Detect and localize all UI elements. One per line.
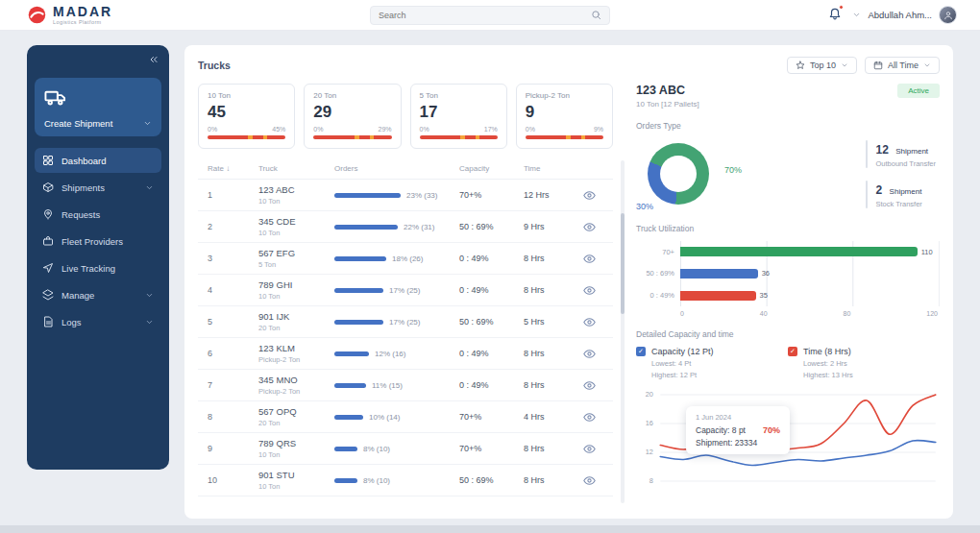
- time-cell: 8 Hrs: [524, 444, 583, 453]
- sidebar-item-requests[interactable]: Requests: [35, 202, 161, 227]
- orders-cell: 8% (10): [334, 476, 459, 485]
- top10-filter-label: Top 10: [810, 61, 836, 70]
- capacity-checkbox[interactable]: [636, 347, 646, 356]
- stat-card-label: Pickup-2 Ton: [526, 91, 603, 100]
- stat-card-label: 20 Ton: [313, 91, 391, 100]
- eye-icon[interactable]: [583, 411, 596, 424]
- sidebar-item-label: Fleet Providers: [61, 236, 123, 247]
- capacity-cell: 0 : 49%: [459, 380, 524, 390]
- create-shipment-button[interactable]: Create Shipment: [35, 78, 161, 136]
- topbar: MADAR Logistics Platform Abdullah Ahm...: [0, 0, 980, 31]
- rate-cell: 1: [198, 190, 258, 200]
- eye-icon[interactable]: [583, 221, 596, 233]
- logo[interactable]: MADAR Logistics Platform: [27, 5, 112, 26]
- time-checkbox[interactable]: [788, 347, 797, 356]
- svg-text:20: 20: [646, 392, 653, 400]
- table-row[interactable]: 3 567 EFG5 Ton 18% (26) 0 : 49% 8 Hrs: [198, 243, 613, 275]
- stat-card-range: 0%29%: [313, 126, 391, 133]
- sidebar-item-shipments[interactable]: Shipments: [35, 175, 161, 200]
- star-icon: [796, 61, 805, 70]
- utilization-categories: 70+50 : 69%0 : 49%: [636, 241, 680, 306]
- utilization-value: 35: [760, 291, 768, 300]
- sidebar-item-label: Manage: [61, 290, 94, 301]
- live-tracking-icon: [42, 262, 54, 274]
- utilization-value: 36: [762, 269, 770, 278]
- chevron-down-icon: [841, 61, 848, 69]
- table-row[interactable]: 7 345 MNOPickup-2 Ton 11% (15) 0 : 49% 8…: [198, 370, 613, 401]
- table-scrollbar[interactable]: [621, 160, 625, 503]
- capacity-cell: 50 : 69%: [459, 317, 524, 327]
- eye-icon[interactable]: [583, 189, 596, 202]
- table-row[interactable]: 2 345 CDE10 Ton 22% (31) 50 : 69% 9 Hrs: [198, 211, 613, 243]
- table-row[interactable]: 5 901 IJK20 Ton 17% (25) 50 : 69% 5 Hrs: [198, 306, 613, 338]
- chevron-down-icon: [923, 61, 931, 69]
- search-input[interactable]: [379, 11, 591, 20]
- sidebar-item-logs[interactable]: Logs: [35, 309, 161, 334]
- utilization-xtick: 80: [844, 310, 851, 317]
- capacity-lowest: Lowest: 4 Pt: [651, 359, 788, 368]
- table-row[interactable]: 4 789 GHI10 Ton 17% (25) 0 : 49% 8 Hrs: [198, 275, 613, 306]
- chart-tooltip: 1 Jun 2024 Capacity: 8 pt 70% Shipment: …: [686, 406, 790, 454]
- user-name: Abdullah Ahm...: [868, 10, 932, 20]
- notifications-button[interactable]: [828, 7, 842, 24]
- stat-card-value: 17: [420, 103, 498, 122]
- stat-card-range: 0%45%: [208, 126, 285, 133]
- tooltip-date: 1 Jun 2024: [696, 413, 780, 422]
- table-row[interactable]: 1 123 ABC10 Ton 23% (33) 70+% 12 Hrs: [198, 180, 613, 211]
- capacity-cell: 50 : 69%: [459, 475, 524, 485]
- eye-icon[interactable]: [583, 348, 596, 360]
- chevron-down-icon: [145, 183, 154, 192]
- orders-bar: [334, 447, 357, 451]
- column-header-rate[interactable]: Rate ↓: [198, 164, 258, 173]
- eye-icon[interactable]: [583, 443, 596, 455]
- sidebar-item-label: Shipments: [61, 182, 105, 193]
- time-cell: 8 Hrs: [524, 349, 583, 358]
- table-row[interactable]: 6 123 KLMPickup-2 Ton 12% (16) 0 : 49% 8…: [198, 338, 613, 370]
- capacity-progress-bar: [208, 135, 285, 139]
- eye-icon[interactable]: [583, 474, 596, 487]
- legend-desc: Stock Transfer: [875, 200, 921, 208]
- time-cell: 8 Hrs: [524, 254, 583, 263]
- svg-text:16: 16: [646, 421, 653, 428]
- utilization-bar: [680, 269, 758, 279]
- orders-bar: [334, 225, 398, 230]
- logo-subtitle: Logistics Platform: [53, 20, 112, 26]
- sidebar-item-dashboard[interactable]: Dashboard: [35, 148, 161, 173]
- table-row[interactable]: 10 901 STU10 Ton 8% (10) 50 : 69% 8 Hrs: [198, 465, 613, 497]
- time-cell: 5 Hrs: [524, 317, 583, 327]
- user-menu[interactable]: Abdullah Ahm...: [852, 6, 957, 24]
- table-row[interactable]: 9 789 QRS10 Ton 8% (10) 70+% 8 Hrs: [198, 433, 613, 465]
- eye-icon[interactable]: [583, 316, 596, 328]
- rate-cell: 7: [198, 380, 258, 390]
- rate-cell: 2: [198, 222, 258, 231]
- sidebar: Create Shipment DashboardShipmentsReques…: [27, 45, 169, 470]
- search-icon[interactable]: [591, 10, 601, 20]
- sidebar-item-fleet-providers[interactable]: Fleet Providers: [35, 229, 161, 254]
- scrollbar-thumb[interactable]: [621, 213, 625, 314]
- chevron-down-icon: [852, 11, 861, 19]
- truck-cell: 345 MNOPickup-2 Ton: [258, 375, 334, 396]
- top10-filter-button[interactable]: Top 10: [787, 57, 857, 74]
- sidebar-item-manage[interactable]: Manage: [35, 282, 161, 307]
- legend-rule: [866, 140, 868, 168]
- table-row[interactable]: 8 567 OPQ20 Ton 10% (14) 70+% 4 Hrs: [198, 401, 613, 433]
- alltime-filter-button[interactable]: All Time: [865, 57, 940, 74]
- truck-icon: [44, 86, 66, 109]
- sidebar-item-live-tracking[interactable]: Live Tracking: [35, 255, 161, 280]
- capacity-cell: 70+%: [459, 412, 524, 422]
- capacity-cell: 70+%: [459, 444, 524, 453]
- table-header: Rate ↓ Truck Orders Capacity Time: [198, 160, 613, 180]
- orders-cell: 12% (16): [334, 350, 459, 358]
- eye-icon[interactable]: [583, 379, 596, 392]
- eye-icon[interactable]: [583, 284, 596, 297]
- orders-type-chart: 70% 30%: [636, 136, 744, 211]
- rate-header-label: Rate: [208, 164, 224, 173]
- orders-label: 8% (10): [363, 476, 390, 485]
- sidebar-collapse-icon[interactable]: [148, 54, 159, 65]
- eye-icon[interactable]: [583, 253, 596, 265]
- orders-bar: [334, 288, 383, 293]
- utilization-category-label: 50 : 69%: [636, 269, 674, 278]
- orders-bar: [334, 415, 363, 420]
- chevron-down-icon: [145, 318, 154, 327]
- truck-cell: 123 KLMPickup-2 Ton: [258, 343, 334, 364]
